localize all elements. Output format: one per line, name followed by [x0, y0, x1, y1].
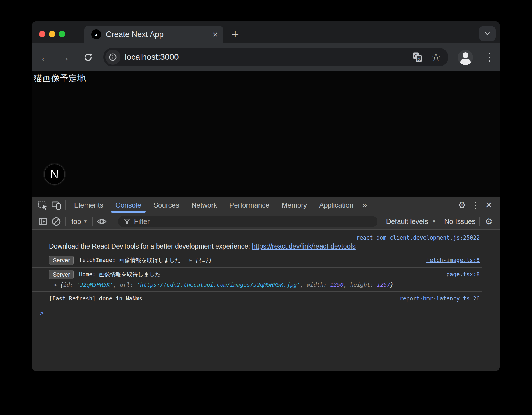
browser-toolbar: ← → localhost:3000 — [32, 43, 500, 71]
browser-tab[interactable]: ▲ Create Next App × — [84, 26, 223, 43]
object-preview[interactable]: {id: 'J2qM5HR5K', url: 'https://cdn2.the… — [60, 280, 393, 289]
inspect-element-button[interactable] — [36, 198, 50, 212]
console-input-row[interactable]: > — [32, 305, 482, 317]
page-viewport: 猫画像予定地 N — [32, 71, 500, 196]
javascript-context-dropdown[interactable]: top ▾ — [68, 217, 90, 226]
devtools-settings-gear-icon[interactable]: ⚙ — [455, 198, 469, 212]
log-levels-dropdown[interactable]: Default levels ▾ — [382, 217, 438, 226]
bookmark-star-icon[interactable]: ☆ — [431, 52, 441, 62]
expand-triangle-icon[interactable]: ▶ — [189, 256, 192, 264]
console-sidebar-toggle-button[interactable] — [36, 215, 50, 228]
server-badge: Server — [49, 256, 74, 265]
tab-sources[interactable]: Sources — [147, 197, 185, 213]
omnibox-actions: G 文 ☆ — [412, 52, 448, 62]
tab-application[interactable]: Application — [313, 197, 359, 213]
clear-console-button[interactable] — [50, 215, 63, 228]
source-link[interactable]: page.tsx:8 — [441, 270, 480, 279]
zoom-window-button[interactable] — [59, 31, 65, 37]
message-text: Download the React DevTools for a better… — [49, 242, 480, 251]
devtools-menu-kebab-icon[interactable]: ⋮ — [469, 198, 482, 212]
array-preview[interactable]: [{…}] — [195, 256, 212, 264]
text-cursor — [48, 309, 48, 317]
profile-avatar[interactable] — [458, 50, 473, 65]
object-preview-line: ▶ {id: 'J2qM5HR5K', url: 'https://cdn2.t… — [49, 280, 480, 289]
react-devtools-link[interactable]: https://react.dev/link/react-devtools — [252, 242, 356, 250]
svg-text:文: 文 — [417, 57, 421, 61]
source-link[interactable]: fetch-image.ts:5 — [421, 256, 480, 264]
tab-memory[interactable]: Memory — [276, 197, 313, 213]
device-toolbar-icon — [51, 200, 61, 210]
info-icon — [108, 53, 117, 61]
chevron-down-icon: ▾ — [433, 218, 435, 224]
reload-button[interactable] — [80, 43, 96, 71]
nextjs-logo-icon: N — [50, 168, 59, 181]
server-badge: Server — [49, 270, 74, 279]
browser-menu-kebab-icon[interactable] — [482, 43, 496, 71]
context-label: top — [71, 217, 81, 226]
divider — [480, 217, 480, 226]
tab-title: Create Next App — [106, 30, 164, 39]
console-message-fetch-image: Server fetchImage: 画像情報を取得しました ▶ [{…}] f… — [32, 253, 482, 268]
tab-close-icon[interactable]: × — [212, 30, 218, 39]
devtools-close-icon[interactable]: × — [482, 198, 496, 212]
close-window-button[interactable] — [39, 31, 46, 37]
page-heading: 猫画像予定地 — [34, 73, 86, 85]
address-bar[interactable]: localhost:3000 G 文 ☆ — [103, 48, 448, 66]
divider — [65, 217, 66, 226]
console-message-react-devtools: react-dom-client.development.js:25022 Do… — [32, 231, 482, 253]
message-text-part: Download the React DevTools for a better… — [49, 242, 252, 250]
divider — [453, 200, 453, 210]
tab-network[interactable]: Network — [185, 197, 223, 213]
traffic-lights — [39, 31, 65, 37]
translate-icon: G 文 — [412, 52, 423, 62]
url-text[interactable]: localhost:3000 — [125, 52, 179, 62]
divider — [440, 217, 440, 226]
devtools-tab-bar: Elements Console Sources Network Perform… — [32, 197, 500, 213]
tab-favicon-nextjs-icon: ▲ — [91, 29, 101, 39]
nextjs-devtools-button[interactable]: N — [44, 164, 65, 185]
more-tabs-icon[interactable]: » — [360, 201, 370, 210]
issues-counter[interactable]: No Issues — [442, 217, 477, 226]
sidebar-toggle-icon — [38, 217, 48, 226]
tab-elements[interactable]: Elements — [68, 197, 109, 213]
live-expression-button[interactable] — [95, 215, 108, 228]
back-button[interactable]: ← — [37, 43, 53, 71]
desktop-background: ▲ Create Next App × + ← → — [0, 0, 532, 415]
console-message-home: Server Home: 画像情報を取得しました page.tsx:8 ▶ {i… — [32, 268, 482, 292]
chevron-down-icon: ▾ — [84, 218, 87, 224]
expand-triangle-icon[interactable]: ▶ — [55, 280, 57, 289]
message-text: Home: 画像情報を取得しました — [79, 270, 161, 279]
console-filter-box[interactable] — [118, 216, 377, 227]
message-text: [Fast Refresh] done in NaNms — [49, 294, 142, 303]
console-prompt-chevron: > — [40, 309, 44, 317]
site-info-button[interactable] — [105, 50, 120, 65]
device-toolbar-button[interactable] — [50, 198, 63, 212]
reload-icon — [83, 52, 93, 62]
divider — [65, 200, 66, 210]
divider — [92, 217, 93, 226]
tab-search-chevron-button[interactable] — [479, 26, 496, 41]
source-link[interactable]: report-hmr-latency.ts:26 — [394, 294, 480, 303]
log-levels-label: Default levels — [384, 217, 430, 226]
console-toolbar: top ▾ Default — [32, 213, 500, 230]
inspect-cursor-icon — [38, 200, 48, 210]
browser-window: ▲ Create Next App × + ← → — [32, 21, 500, 371]
forward-button[interactable]: → — [57, 43, 73, 71]
source-link[interactable]: react-dom-client.development.js:25022 — [356, 234, 480, 241]
tab-strip: ▲ Create Next App × + — [32, 21, 500, 43]
console-filter-input[interactable] — [134, 217, 372, 226]
console-log-area: react-dom-client.development.js:25022 Do… — [32, 230, 500, 371]
tab-performance[interactable]: Performance — [223, 197, 275, 213]
minimize-window-button[interactable] — [49, 31, 55, 37]
console-message-fast-refresh: [Fast Refresh] done in NaNms report-hmr-… — [32, 292, 482, 305]
clear-console-icon — [51, 217, 61, 226]
message-text: fetchImage: 画像情報を取得しました — [79, 256, 181, 264]
devtools-panel: Elements Console Sources Network Perform… — [32, 196, 500, 371]
new-tab-button[interactable]: + — [227, 26, 243, 42]
chevron-down-icon — [483, 29, 492, 38]
eye-icon — [97, 216, 107, 227]
divider — [111, 217, 111, 226]
translate-button[interactable]: G 文 — [412, 52, 423, 62]
console-settings-gear-icon[interactable]: ⚙ — [482, 215, 496, 228]
tab-console[interactable]: Console — [109, 197, 147, 213]
